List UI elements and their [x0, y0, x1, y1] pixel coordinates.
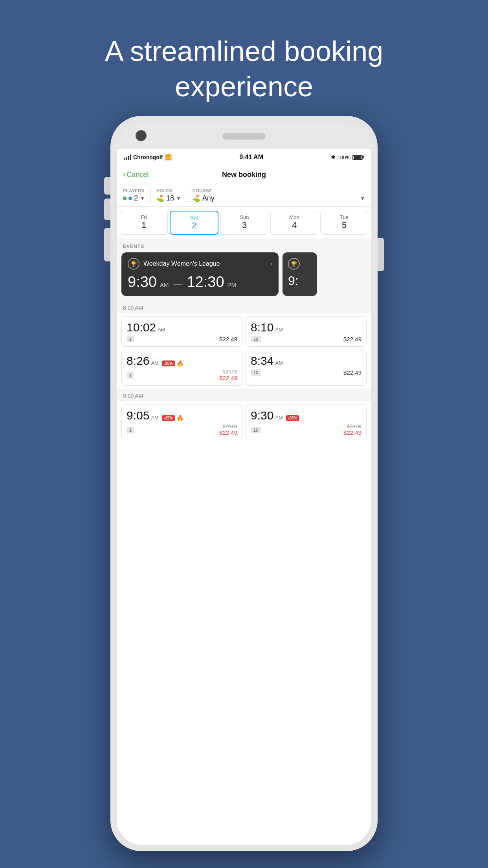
slot-930-ampm: AM [275, 415, 283, 421]
slot-905[interactable]: 9:05 AM -25% 🔥 1 $29.99 [121, 405, 242, 440]
slot-930-discount-badge: -25% [286, 415, 299, 421]
slot-905-time: 9:05 [127, 409, 149, 422]
event-time-row: 9:30 AM — 12:30 PM [128, 274, 272, 291]
date-day-fri: Fri [141, 214, 147, 220]
slot-826-fire-icon: 🔥 [176, 360, 184, 367]
event-name: Weekday Women's League [143, 260, 220, 267]
earpiece [222, 133, 266, 140]
event-start-ampm: AM [160, 281, 169, 288]
headline-line2: experience [175, 71, 313, 102]
slot-1002-time: 10:02 [127, 321, 156, 334]
event-card-main[interactable]: 🏆 Weekday Women's League › 9:30 AM — 12:… [121, 252, 279, 296]
page-background: A streamlined booking experience [0, 0, 488, 868]
status-left: Chronogolf 📶 [124, 154, 172, 160]
slot-834-time: 8:34 [251, 354, 273, 368]
slot-826[interactable]: 8:26 AM -25% 🔥 1 $29.99 [121, 350, 242, 386]
cancel-label: Cancel [127, 171, 149, 179]
event-partial-trophy: 🏆 [288, 258, 300, 270]
holes-label: HOLES [156, 188, 181, 193]
slot-826-ampm: AM [151, 360, 159, 366]
front-camera [136, 130, 147, 141]
players-filter[interactable]: PLAYERS 2 ▼ [123, 188, 145, 202]
time-group-label-8am: 8:00 AM [117, 301, 371, 313]
date-selector: Fri 1 Sat 2 Sun 3 Mon 4 [117, 207, 371, 239]
date-num-fri: 1 [141, 220, 146, 230]
slot-826-badge: 1 [127, 372, 134, 379]
battery-pct: 100% [338, 154, 350, 160]
slot-930-badge: 10 [251, 427, 261, 433]
event-end-ampm: PM [227, 281, 237, 288]
mute-button [104, 177, 110, 195]
date-day-mon: Mon [289, 214, 299, 220]
slot-930-original-price: $29.99 [347, 424, 361, 429]
slot-930[interactable]: 9:30 AM -25% 10 $29.99 $22.49 [246, 405, 367, 440]
slot-826-original-price: $29.99 [223, 369, 237, 375]
cancel-button[interactable]: ‹ Cancel [123, 171, 149, 179]
filter-divider-2 [187, 189, 187, 202]
course-label: COURSE [193, 188, 365, 193]
event-card-partial[interactable]: 🏆 9: [283, 252, 317, 296]
date-num-sun: 3 [242, 220, 247, 230]
events-scroll: 🏆 Weekday Women's League › 9:30 AM — 12:… [117, 252, 371, 301]
events-section: EVENTS 🏆 Weekday Women's League › [117, 239, 371, 301]
slot-834-badge: 10 [251, 370, 261, 376]
bluetooth-icon: ✱ [331, 154, 336, 160]
slot-810-ampm: AM [275, 327, 283, 333]
cancel-chevron-icon: ‹ [123, 170, 126, 179]
slot-826-discount-badge: -25% [162, 360, 175, 366]
vol-up-button [104, 199, 110, 220]
holes-value-row: ⛳ 18 ▼ [156, 194, 181, 202]
slot-905-discounted-price: $22.49 [219, 429, 237, 436]
course-dropdown-icon: ▼ [360, 195, 365, 201]
date-num-tue: 5 [342, 220, 347, 230]
slot-826-time: 8:26 [127, 354, 149, 368]
holes-filter[interactable]: HOLES ⛳ 18 ▼ [156, 188, 181, 202]
players-value-row: 2 ▼ [123, 194, 145, 202]
course-pin-icon: ⛳ [193, 195, 200, 202]
slots-grid-9am: 9:05 AM -25% 🔥 1 $29.99 [117, 401, 371, 440]
course-value: Any [202, 194, 215, 202]
phone-inner: Chronogolf 📶 9:41 AM ✱ 100% [117, 122, 371, 845]
slot-1002[interactable]: 10:02 AM 1 $22.49 [121, 316, 242, 347]
time-group-label-9am: 9:00 AM [117, 389, 371, 401]
date-item-mon[interactable]: Mon 4 [270, 211, 318, 235]
slot-1002-badge: 1 [127, 336, 134, 342]
headline: A streamlined booking experience [0, 0, 488, 104]
players-label: PLAYERS [123, 188, 145, 193]
slot-826-discounted-price: $22.49 [219, 375, 237, 381]
slot-810[interactable]: 8:10 AM 10 $22.49 [246, 316, 367, 347]
time-group-9am: 9:00 AM 9:05 AM -25% 🔥 [117, 389, 371, 440]
headline-line1: A streamlined booking [105, 35, 383, 67]
status-right: ✱ 100% [331, 154, 364, 160]
date-item-fri[interactable]: Fri 1 [120, 211, 168, 235]
date-day-sun: Sun [240, 214, 249, 220]
date-num-sat: 2 [192, 221, 196, 231]
event-trophy-icon: 🏆 [128, 258, 139, 270]
holes-value: 18 [166, 194, 174, 202]
slot-905-original-price: $29.99 [223, 424, 237, 429]
slot-810-price: $22.49 [343, 336, 361, 342]
slot-930-discounted-price: $22.49 [343, 429, 361, 436]
event-end-time: 12:30 [187, 274, 224, 291]
slot-834-ampm: AM [275, 360, 283, 366]
date-item-sat[interactable]: Sat 2 [170, 211, 218, 235]
carrier-name: Chronogolf [133, 154, 163, 160]
date-item-tue[interactable]: Tue 5 [320, 211, 368, 235]
filter-divider-1 [150, 189, 151, 202]
course-filter[interactable]: COURSE ⛳ Any ▼ [193, 188, 365, 202]
filters-row: PLAYERS 2 ▼ HOLES ⛳ [117, 184, 371, 207]
slot-1002-ampm: AM [158, 327, 165, 333]
slot-834-price: $22.49 [343, 369, 361, 376]
slot-834[interactable]: 8:34 AM 10 $22.49 [246, 350, 367, 386]
date-item-sun[interactable]: Sun 3 [220, 211, 268, 235]
slot-905-fire-icon: 🔥 [176, 415, 184, 422]
phone-top-notch [117, 122, 371, 149]
status-bar: Chronogolf 📶 9:41 AM ✱ 100% [117, 149, 371, 166]
event-chevron-icon: › [270, 260, 272, 267]
events-label: EVENTS [117, 239, 371, 252]
holes-dropdown-icon: ▼ [176, 195, 181, 201]
slot-905-discount-badge: -25% [162, 415, 175, 421]
event-card-header: 🏆 Weekday Women's League › [128, 258, 272, 270]
slot-1002-price: $22.49 [219, 336, 237, 342]
slot-930-time: 9:30 [251, 409, 273, 422]
